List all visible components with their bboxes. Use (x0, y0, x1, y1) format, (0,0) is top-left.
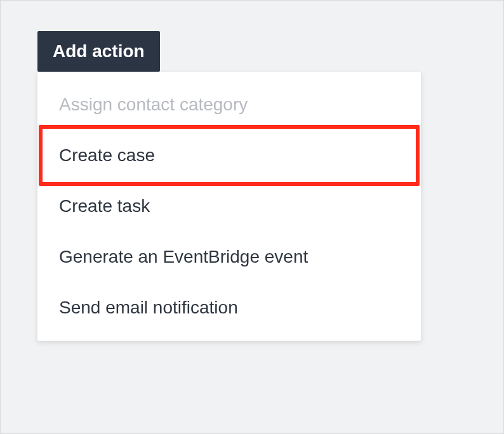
menu-item-generate-eventbridge[interactable]: Generate an EventBridge event (37, 232, 421, 282)
action-menu: Assign contact category Create case Crea… (37, 72, 421, 341)
add-action-dropdown: Add action Assign contact category Creat… (37, 31, 421, 341)
menu-item-assign-contact-category: Assign contact category (37, 79, 421, 130)
menu-item-create-case[interactable]: Create case (37, 130, 421, 181)
menu-item-send-email-notification[interactable]: Send email notification (37, 282, 421, 333)
add-action-button[interactable]: Add action (37, 31, 160, 72)
menu-item-create-task[interactable]: Create task (37, 181, 421, 232)
